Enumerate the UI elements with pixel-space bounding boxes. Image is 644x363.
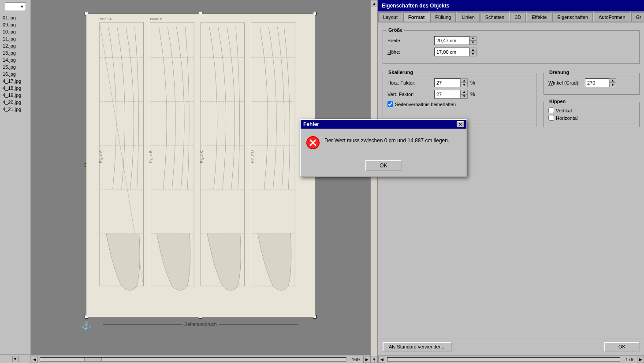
ok-button[interactable]: OK — [604, 342, 640, 352]
vert-label: Vert. Faktor: — [387, 92, 432, 97]
scroll-left-btn[interactable]: ◀ — [31, 356, 38, 363]
svg-text:Platte B: Platte B — [150, 17, 162, 21]
sidebar-item-0[interactable]: 01.jpg — [0, 14, 30, 21]
sidebar-item-13[interactable]: 4_21.jpg — [0, 106, 30, 113]
hoehe-spin-btns: ▲ ▼ — [469, 48, 476, 56]
canvas-wrapper: Figur A Figur B Figur C Figur D Platte A… — [86, 9, 315, 317]
seitenv-label: Seitenverhältnis beibehalten — [395, 102, 456, 107]
sidebar-scroll-btn[interactable]: ▼ — [12, 356, 19, 362]
tab-linien[interactable]: Linien — [457, 12, 479, 22]
v-scroll-up[interactable]: ▲ — [371, 0, 377, 7]
sidebar-item-9[interactable]: 4_17.jpg — [0, 78, 30, 85]
horz-input[interactable] — [434, 78, 461, 87]
breite-spin-down[interactable]: ▼ — [469, 41, 476, 45]
horizontal-label: Horizontal — [556, 115, 578, 121]
seitenv-row: Seitenverhältnis beibehalten — [387, 101, 532, 107]
tab-eigenschaften[interactable]: Eigenschaften — [552, 12, 593, 22]
sidebar-item-10[interactable]: 4_18.jpg — [0, 85, 30, 92]
panel-scroll-left[interactable]: ◀ — [378, 356, 385, 363]
tab-schatten[interactable]: Schatten — [480, 12, 509, 22]
panel-title: Eigenschaften des Objekts — [382, 3, 449, 9]
panel-spacer — [378, 185, 644, 338]
sidebar-item-12[interactable]: 4_20.jpg — [0, 99, 30, 106]
v-scroll-track[interactable] — [371, 7, 377, 356]
skalierung-label: Skalierung — [387, 70, 415, 75]
horz-percent: % — [470, 80, 475, 86]
horz-spin-down[interactable]: ▼ — [461, 83, 468, 87]
right-subpanels: Drehung Winkel (Grad): ▲ ▼ — [543, 69, 640, 127]
sidebar-item-2[interactable]: 10.jpg — [0, 28, 30, 35]
sidebar-item-8[interactable]: 16.jpg — [0, 70, 30, 78]
breite-input[interactable] — [434, 36, 469, 45]
horz-spin-up[interactable]: ▲ — [461, 78, 468, 83]
tab-3d[interactable]: 3D — [510, 12, 526, 22]
vertikal-row: Vertikal — [548, 107, 635, 113]
h-scroll-thumb[interactable] — [84, 358, 102, 361]
standard-button[interactable]: Als Standard verwenden... — [383, 342, 452, 352]
hoehe-label: Höhe: — [387, 49, 432, 55]
error-dialog: Fehler ✕ Der Wert muss zwischen 0 cm und… — [300, 119, 467, 177]
sidebar-item-6[interactable]: 14.jpg — [0, 56, 30, 63]
sidebar-list: 01.jpg09.jpg10.jpg11.jpg12.jpg13.jpg14.j… — [0, 13, 30, 354]
hoehe-input[interactable] — [434, 48, 469, 56]
seitenv-checkbox[interactable] — [387, 101, 393, 107]
vertikal-checkbox[interactable] — [548, 107, 554, 113]
sidebar-item-5[interactable]: 13.jpg — [0, 49, 30, 56]
svg-text:Platte A: Platte A — [100, 17, 112, 21]
sidebar-scroll[interactable]: ▼ — [0, 354, 30, 363]
page-break-label: Seitenumbruch — [103, 322, 298, 327]
dialog-message: Der Wert muss zwischen 0 cm und 14,887 c… — [324, 136, 461, 144]
hoehe-spin-down[interactable]: ▼ — [469, 52, 476, 56]
sidebar-item-11[interactable]: 4_19.jpg — [0, 92, 30, 99]
vert-percent: % — [470, 91, 475, 97]
tabs-row: LayoutFormatFüllungLinienSchatten3DEffek… — [378, 11, 644, 22]
scroll-right-btn[interactable]: ▶ — [363, 356, 370, 363]
horz-label: Horz. Faktor: — [387, 80, 432, 85]
sidebar-item-3[interactable]: 11.jpg — [0, 35, 30, 42]
panel-scroll-track[interactable] — [387, 357, 620, 362]
horz-input-group: ▲ ▼ — [434, 78, 468, 87]
vert-input[interactable] — [434, 90, 461, 99]
tab-gr[interactable]: Gr — [631, 12, 644, 22]
vert-input-group: ▲ ▼ — [434, 90, 468, 99]
horizontal-checkbox[interactable] — [548, 115, 554, 121]
svg-text:Figur A: Figur A — [98, 151, 103, 163]
winkel-row: Winkel (Grad): ▲ ▼ — [548, 78, 635, 87]
sidebar-dropdown[interactable]: ▼ — [5, 2, 26, 11]
h-scroll-track[interactable] — [40, 357, 346, 362]
vert-spin-up[interactable]: ▲ — [461, 90, 468, 94]
breite-input-group: ▲ ▼ — [434, 36, 476, 45]
blueprint-image: Figur A Figur B Figur C Figur D Platte A… — [86, 14, 315, 317]
breite-spin-btns: ▲ ▼ — [469, 36, 476, 45]
sidebar-item-4[interactable]: 12.jpg — [0, 42, 30, 49]
sidebar-item-1[interactable]: 09.jpg — [0, 21, 30, 28]
breite-label: Breite: — [387, 38, 432, 43]
tab-layout[interactable]: Layout — [378, 12, 402, 22]
sidebar-top: ▼ — [0, 0, 30, 13]
tab-f-llung[interactable]: Füllung — [430, 12, 456, 22]
v-scroll-down[interactable]: ▼ — [371, 356, 377, 363]
page-canvas: Figur A Figur B Figur C Figur D Platte A… — [86, 13, 315, 317]
winkel-label: Winkel (Grad): — [548, 80, 580, 85]
groesse-label: Größe — [387, 27, 404, 33]
h-scrollbar: ◀ 169 ▶ — [31, 355, 370, 363]
horz-row: Horz. Faktor: ▲ ▼ % — [387, 78, 532, 87]
right-panel: Eigenschaften des Objekts LayoutFormatFü… — [377, 0, 644, 363]
winkel-spin-down[interactable]: ▼ — [609, 83, 616, 87]
tab-autoformen[interactable]: AutoFormen — [594, 12, 630, 22]
winkel-input[interactable] — [585, 78, 609, 87]
dialog-ok-btn[interactable]: OK — [365, 160, 401, 171]
tab-effekte[interactable]: Effekte — [527, 12, 551, 22]
vert-spin-btns: ▲ ▼ — [461, 90, 468, 99]
vert-spin-down[interactable]: ▼ — [461, 94, 468, 99]
hoehe-input-group: ▲ ▼ — [434, 48, 476, 56]
tab-format[interactable]: Format — [403, 12, 429, 22]
winkel-spin-up[interactable]: ▲ — [609, 78, 616, 83]
breite-spin-up[interactable]: ▲ — [469, 36, 476, 41]
dialog-close-btn[interactable]: ✕ — [457, 121, 464, 127]
panel-scroll-right[interactable]: ▶ — [637, 356, 644, 363]
hoehe-spin-up[interactable]: ▲ — [469, 48, 476, 52]
vertikal-label: Vertikal — [556, 108, 572, 113]
sidebar-item-7[interactable]: 15.jpg — [0, 63, 30, 70]
horz-spin-btns: ▲ ▼ — [461, 78, 468, 87]
